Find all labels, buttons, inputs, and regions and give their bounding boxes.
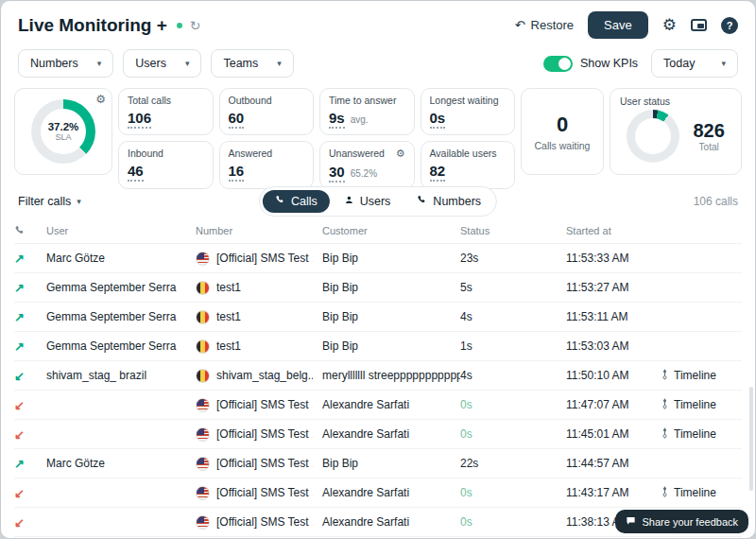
user-status-total: 826: [693, 120, 724, 142]
number-cell: [Official] SMS Test ...: [196, 398, 322, 412]
date-range-dropdown[interactable]: Today ▾: [651, 49, 738, 78]
gear-icon[interactable]: ⚙: [396, 148, 405, 160]
customer-cell: Alexandre Sarfati: [322, 427, 460, 441]
table-row[interactable]: ↗Marc Götze[Official] SMS Test ...Bip Bi…: [14, 449, 742, 478]
scrollbar[interactable]: [749, 387, 753, 491]
user-cell: Gemma September Serra: [46, 281, 196, 294]
users-filter-dropdown[interactable]: Users ▾: [123, 49, 201, 78]
us-flag-icon: [196, 427, 210, 442]
metric-card: Longest waiting0s: [421, 88, 516, 135]
picture-in-picture-icon[interactable]: [691, 19, 707, 31]
number-cell: test1: [196, 310, 322, 324]
number-cell: [Official] SMS Test ...: [196, 427, 322, 442]
table-row[interactable]: ↙[Official] SMS Test ...Alexandre Sarfat…: [14, 478, 742, 508]
number-cell: shivam_stag_belg...: [196, 369, 322, 383]
number-cell: [Official] SMS Test ...: [196, 252, 322, 266]
settings-gear-icon[interactable]: ⚙: [662, 15, 677, 35]
user-status-total-label: Total: [699, 142, 719, 152]
table-row[interactable]: ↙shivam_stag_ brazilshivam_stag_belg...m…: [14, 361, 742, 391]
us-flag-icon: [196, 515, 210, 530]
table-row[interactable]: ↙[Official] SMS Test ...Alexandre Sarfat…: [14, 420, 742, 449]
started-at-cell: 11:43:17 AM: [566, 486, 661, 499]
user-status-card: User status 826 Total: [610, 88, 742, 175]
share-feedback-button[interactable]: Share your feedback: [615, 510, 748, 533]
metric-card: Time to answer9savg.: [319, 88, 415, 135]
started-at-cell: 11:53:33 AM: [566, 252, 661, 265]
user-status-title: User status: [620, 96, 731, 107]
timeline-button[interactable]: Timeline: [661, 485, 716, 501]
number-cell: [Official] SMS Test ...: [196, 515, 322, 530]
table-row[interactable]: ↗Marc Götze[Official] SMS Test ...Bip Bi…: [14, 244, 742, 273]
page-title: Live Monitoring +: [18, 15, 167, 36]
live-monitoring-app: Live Monitoring + ↻ ↶ Restore Save ⚙ ? N…: [0, 0, 756, 539]
metric-suffix: 65.2%: [351, 168, 377, 179]
metric-label: Time to answer: [329, 95, 396, 106]
timeline-button[interactable]: Timeline: [661, 397, 716, 413]
be-flag-icon: [196, 310, 210, 324]
started-at-cell: 11:53:03 AM: [566, 339, 661, 353]
column-user: User: [46, 225, 196, 236]
customer-cell: Alexandre Sarfati: [322, 515, 460, 529]
help-icon[interactable]: ?: [721, 17, 738, 34]
gear-icon[interactable]: ⚙: [95, 93, 106, 106]
metric-value: 0s: [430, 110, 446, 129]
status-cell: 4s: [460, 369, 566, 382]
calls-waiting-label: Calls waiting: [535, 140, 591, 151]
tab-calls[interactable]: Calls: [263, 190, 330, 213]
sla-donut: 37.2% SLA: [31, 99, 95, 164]
phone-icon: [14, 225, 46, 236]
chevron-down-icon: ▾: [277, 59, 282, 68]
status-cell: 22s: [460, 457, 566, 470]
outbound-call-icon: ↗: [14, 457, 46, 471]
tab-numbers[interactable]: Numbers: [404, 190, 493, 213]
calls-waiting-card: 0 Calls waiting: [521, 88, 604, 175]
chevron-down-icon: ▾: [721, 59, 726, 68]
metric-label: Outbound: [229, 95, 272, 106]
started-at-cell: 11:45:01 AM: [566, 427, 661, 441]
inbound-call-icon: ↙: [14, 515, 46, 530]
column-number: Number: [196, 225, 322, 236]
show-kpis-label: Show KPIs: [580, 57, 638, 70]
sla-value: 37.2%: [48, 121, 79, 132]
number-cell: [Official] SMS Test ...: [196, 457, 322, 471]
table-row[interactable]: ↗Gemma September Serratest1Bip Bip5s11:5…: [14, 273, 742, 303]
teams-filter-dropdown[interactable]: Teams ▾: [211, 49, 293, 78]
number-cell: test1: [196, 281, 322, 295]
column-started-at: Started at: [566, 225, 661, 236]
status-cell: 23s: [460, 252, 566, 265]
metric-label: Longest waiting: [430, 95, 499, 106]
status-cell: 1s: [460, 339, 566, 353]
user-icon: [344, 195, 354, 208]
user-cell: shivam_stag_ brazil: [46, 369, 196, 382]
phone-icon: [275, 195, 285, 208]
metric-value: 16: [229, 163, 245, 182]
filter-calls-button[interactable]: Filter calls ▾: [18, 195, 81, 208]
calls-count: 106 calls: [694, 195, 738, 208]
show-kpis-toggle[interactable]: [543, 56, 573, 72]
table-row[interactable]: ↗Gemma September Serratest1Bip Bip1s11:5…: [14, 332, 742, 361]
started-at-cell: 11:50:10 AM: [566, 369, 661, 382]
metric-suffix: avg.: [351, 114, 369, 125]
restore-button[interactable]: ↶ Restore: [515, 18, 574, 32]
refresh-icon[interactable]: ↻: [190, 18, 201, 33]
timeline-button[interactable]: Timeline: [661, 368, 716, 384]
sla-label: SLA: [55, 132, 71, 142]
calls-table: User Number Customer Status Started at ↗…: [1, 220, 755, 537]
numbers-filter-dropdown[interactable]: Numbers ▾: [18, 49, 113, 78]
metric-value: 82: [430, 163, 446, 182]
tab-users[interactable]: Users: [332, 190, 404, 213]
live-indicator-dot: [177, 23, 182, 28]
customer-cell: Bip Bip: [322, 310, 460, 323]
table-row[interactable]: ↗Gemma September Serratest1Bip Bip4s11:5…: [14, 303, 742, 332]
customer-cell: Alexandre Sarfati: [322, 398, 460, 411]
timeline-button[interactable]: Timeline: [661, 426, 716, 443]
metric-label: Available users: [430, 148, 497, 159]
metric-value: 46: [128, 163, 144, 182]
started-at-cell: 11:53:27 AM: [566, 281, 661, 294]
chat-bubble-icon: [626, 515, 636, 528]
table-row[interactable]: ↙[Official] SMS Test ...Alexandre Sarfat…: [14, 391, 742, 420]
user-status-donut: [627, 110, 679, 163]
save-button[interactable]: Save: [588, 11, 648, 39]
metric-label: Unanswered: [329, 148, 385, 159]
header: Live Monitoring + ↻ ↶ Restore Save ⚙ ?: [1, 1, 755, 44]
